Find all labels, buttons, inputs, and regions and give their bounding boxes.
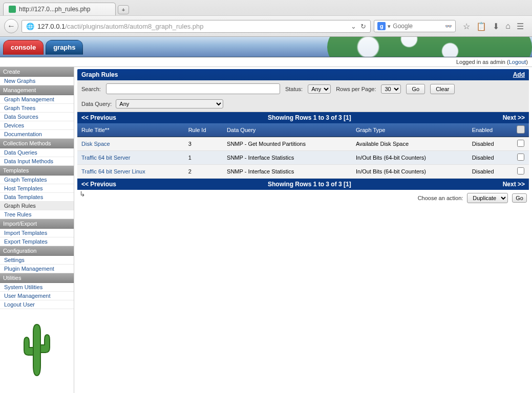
sidebar-item[interactable]: Graph Rules bbox=[0, 202, 74, 210]
prev-link[interactable]: << Previous bbox=[81, 114, 116, 121]
table-row: Disk Space3SNMP - Get Mounted Partitions… bbox=[77, 137, 529, 151]
rule-query: SNMP - Interface Statistics bbox=[223, 151, 352, 165]
sidebar-item[interactable]: Graph Trees bbox=[0, 104, 74, 113]
sidebar-item[interactable]: Export Templates bbox=[0, 237, 74, 246]
back-button[interactable]: ← bbox=[4, 19, 18, 33]
binoculars-icon[interactable]: 👓 bbox=[445, 23, 452, 30]
main-content: Graph Rules Add Search: Status: Any Rows… bbox=[74, 67, 532, 393]
column-header[interactable]: Rule Title** bbox=[77, 123, 184, 137]
sidebar-item[interactable]: Host Templates bbox=[0, 184, 74, 193]
action-go-button[interactable]: Go bbox=[512, 193, 527, 203]
sidebar-item[interactable]: System Utilities bbox=[0, 283, 74, 292]
rows-label: Rows per Page: bbox=[336, 86, 376, 92]
rule-type: Available Disk Space bbox=[352, 137, 468, 151]
pager-top: << Previous Next >> Showing Rows 1 to 3 … bbox=[77, 112, 529, 123]
sidebar-item[interactable]: User Management bbox=[0, 292, 74, 300]
logout-link[interactable]: Logout bbox=[509, 59, 526, 65]
rule-enabled: Disabled bbox=[468, 165, 513, 179]
rule-title-link[interactable]: Disk Space bbox=[81, 141, 110, 147]
sidebar-section-header: Management bbox=[0, 85, 74, 95]
tab-title: http://127.0...ph_rules.php bbox=[19, 6, 90, 13]
star-icon[interactable]: ☆ bbox=[463, 21, 470, 31]
pager-info: Showing Rows 1 to 3 of 3 [1] bbox=[81, 114, 525, 121]
dropdown-icon[interactable]: ⌄ bbox=[351, 23, 356, 30]
url-host: 127.0.0.1 bbox=[37, 23, 65, 30]
status-select[interactable]: Any bbox=[308, 84, 331, 94]
pager-info: Showing Rows 1 to 3 of 3 [1] bbox=[81, 181, 525, 188]
next-link[interactable]: Next >> bbox=[503, 181, 525, 188]
sidebar-item[interactable]: Data Templates bbox=[0, 193, 74, 202]
url-actions: ⌄ ↻ bbox=[351, 23, 366, 30]
browser-tab[interactable]: http://127.0...ph_rules.php bbox=[3, 3, 116, 15]
next-link[interactable]: Next >> bbox=[503, 114, 525, 121]
dataquery-label: Data Query: bbox=[81, 101, 112, 107]
search-engine-input[interactable] bbox=[393, 23, 444, 30]
sidebar-section-header: Configuration bbox=[0, 246, 74, 256]
sidebar-item[interactable]: Graph Templates bbox=[0, 176, 74, 184]
sidebar-item[interactable]: Devices bbox=[0, 121, 74, 130]
browser-chrome: http://127.0...ph_rules.php + ← 🌐 127.0.… bbox=[0, 0, 532, 37]
tab-bar: http://127.0...ph_rules.php + bbox=[0, 0, 532, 15]
home-icon[interactable]: ⌂ bbox=[505, 21, 510, 31]
chevron-down-icon[interactable]: ▾ bbox=[388, 23, 391, 30]
add-link[interactable]: Add bbox=[513, 71, 525, 78]
sidebar-item[interactable]: New Graphs bbox=[0, 77, 74, 85]
nav-bar: ← 🌐 127.0.0.1 /cacti/plugins/autom8/auto… bbox=[0, 15, 532, 36]
filter-bar: Search: Status: Any Rows per Page: 30 Go… bbox=[77, 80, 529, 112]
panel-title-text: Graph Rules bbox=[81, 71, 118, 78]
sidebar-item[interactable]: Tree Rules bbox=[0, 210, 74, 219]
column-header[interactable]: Graph Type bbox=[352, 123, 468, 137]
sidebar-item[interactable]: Logout User bbox=[0, 300, 74, 309]
rule-id: 3 bbox=[184, 137, 223, 151]
sidebar-item[interactable]: Data Queries bbox=[0, 148, 74, 157]
rule-title-link[interactable]: Traffic 64 bit Server Linux bbox=[81, 168, 145, 174]
login-close: ) bbox=[526, 59, 528, 65]
sidebar-item[interactable]: Graph Management bbox=[0, 95, 74, 104]
row-checkbox[interactable] bbox=[517, 154, 524, 161]
rule-query: SNMP - Interface Statistics bbox=[223, 165, 352, 179]
column-header[interactable]: Enabled bbox=[468, 123, 513, 137]
login-bar: Logged in as admin (Logout) bbox=[0, 57, 532, 67]
column-header[interactable]: Data Query bbox=[223, 123, 352, 137]
table-row: Traffic 64 bit Server1SNMP - Interface S… bbox=[77, 151, 529, 165]
toolbar-icons: ☆ 📋 ⬇ ⌂ ☰ bbox=[459, 21, 528, 31]
rule-title-link[interactable]: Traffic 64 bit Server bbox=[81, 155, 130, 161]
sidebar-section-header: Create bbox=[0, 67, 74, 77]
sidebar-item[interactable]: Documentation bbox=[0, 130, 74, 139]
sidebar: CreateNew GraphsManagementGraph Manageme… bbox=[0, 67, 74, 393]
prev-link[interactable]: << Previous bbox=[81, 181, 116, 188]
go-button[interactable]: Go bbox=[406, 84, 425, 94]
sidebar-item[interactable]: Data Sources bbox=[0, 113, 74, 121]
select-all-header[interactable] bbox=[513, 123, 529, 137]
sidebar-section-header: Import/Export bbox=[0, 219, 74, 229]
sidebar-item[interactable]: Data Input Methods bbox=[0, 157, 74, 166]
panel-title: Graph Rules Add bbox=[77, 69, 529, 80]
row-checkbox[interactable] bbox=[517, 140, 524, 147]
row-checkbox[interactable] bbox=[517, 167, 524, 174]
tab-graphs[interactable]: graphs bbox=[46, 40, 83, 55]
action-bar: Choose an action: Duplicate Go bbox=[86, 190, 529, 206]
tab-console[interactable]: console bbox=[3, 40, 44, 55]
clipboard-icon[interactable]: 📋 bbox=[476, 21, 486, 31]
reload-icon[interactable]: ↻ bbox=[360, 23, 366, 30]
rule-id: 2 bbox=[184, 165, 223, 179]
sidebar-item[interactable]: Import Templates bbox=[0, 229, 74, 237]
clear-button[interactable]: Clear bbox=[430, 84, 455, 94]
rows-select[interactable]: 30 bbox=[381, 84, 401, 94]
search-input[interactable] bbox=[106, 83, 280, 94]
action-label: Choose an action: bbox=[418, 195, 463, 201]
column-header[interactable]: Rule Id bbox=[184, 123, 223, 137]
sidebar-section-header: Collection Methods bbox=[0, 139, 74, 148]
sidebar-item[interactable]: Settings bbox=[0, 256, 74, 265]
download-icon[interactable]: ⬇ bbox=[493, 21, 499, 31]
action-select[interactable]: Duplicate bbox=[467, 193, 508, 203]
sidebar-section-header: Templates bbox=[0, 166, 74, 176]
new-tab-button[interactable]: + bbox=[118, 5, 129, 14]
search-engine-box[interactable]: g ▾ 👓 bbox=[374, 20, 456, 32]
pager-bottom: << Previous Next >> Showing Rows 1 to 3 … bbox=[77, 179, 529, 190]
login-text: Logged in as admin ( bbox=[456, 59, 509, 65]
url-bar[interactable]: 🌐 127.0.0.1 /cacti/plugins/autom8/autom8… bbox=[22, 20, 371, 33]
menu-icon[interactable]: ☰ bbox=[517, 21, 524, 31]
dataquery-select[interactable]: Any bbox=[116, 99, 223, 108]
sidebar-item[interactable]: Plugin Management bbox=[0, 265, 74, 273]
